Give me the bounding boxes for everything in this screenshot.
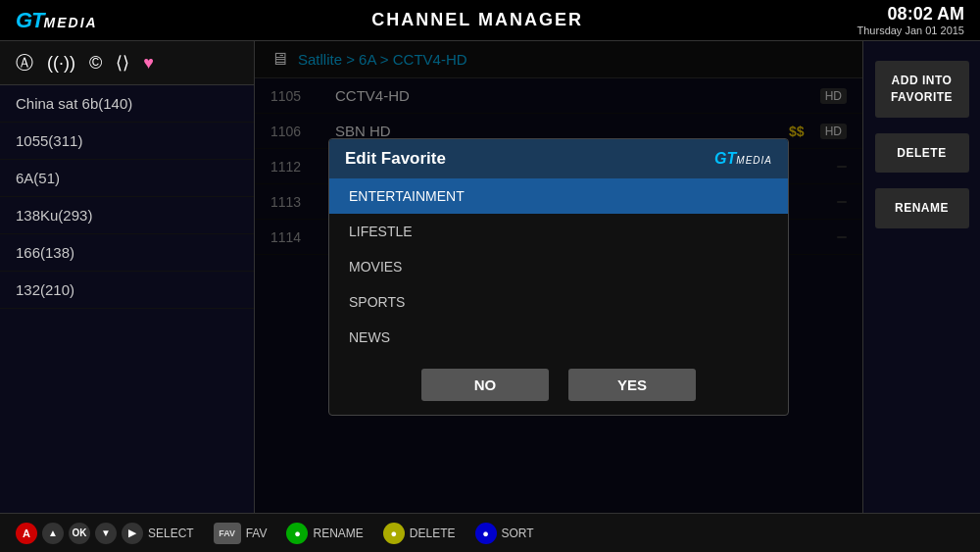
bottom-fav: FAV FAV xyxy=(214,523,268,544)
btn-green[interactable]: ● xyxy=(286,523,308,544)
clock-date: Thursday Jan 01 2015 xyxy=(858,25,964,36)
delete-label: DELETE xyxy=(410,527,456,540)
logo-gt: GT xyxy=(16,8,44,33)
right-sidebar: ADD INTO FAVORITE DELETE RENAME xyxy=(862,41,980,513)
rename-label: RENAME xyxy=(313,527,363,540)
logo: GT MEDIA xyxy=(16,8,98,33)
btn-ok[interactable]: OK xyxy=(69,523,90,544)
btn-right[interactable]: ▶ xyxy=(122,523,143,544)
sidebar-item-5[interactable]: 132(210) xyxy=(0,272,254,309)
modal-title: Edit Favorite xyxy=(345,149,446,169)
bottom-sort: ● SORT xyxy=(475,523,534,544)
sidebar-item-4[interactable]: 166(138) xyxy=(0,234,254,272)
sidebar-item-3[interactable]: 138Ku(293) xyxy=(0,197,254,234)
modal-option-0[interactable]: ENTERTAINMENT xyxy=(329,178,788,214)
btn-up[interactable]: ▲ xyxy=(42,523,64,544)
rename-button[interactable]: RENAME xyxy=(875,188,969,228)
modal-logo: GT MEDIA xyxy=(714,150,772,168)
bottom-bar: A ▲ OK ▼ ▶ SELECT FAV FAV ● RENAME ● DEL… xyxy=(0,513,980,552)
modal-logo-gt: GT xyxy=(714,150,736,168)
btn-a[interactable]: A xyxy=(16,523,37,544)
sidebar-item-2[interactable]: 6A(51) xyxy=(0,160,254,197)
content-area: 🖥 Satllite > 6A > CCTV4-HD 1105 CCTV4-HD… xyxy=(255,41,862,513)
modal-header: Edit Favorite GT MEDIA xyxy=(329,139,788,178)
sidebar-item-0[interactable]: China sat 6b(140) xyxy=(0,85,254,123)
bottom-all-nav: A ▲ OK ▼ ▶ SELECT xyxy=(16,523,194,544)
all-icon[interactable]: Ⓐ xyxy=(16,51,33,75)
modal-option-3[interactable]: SPORTS xyxy=(329,284,788,320)
signal-icon[interactable]: ((·)) xyxy=(47,53,75,74)
btn-blue[interactable]: ● xyxy=(475,523,497,544)
modal-no-button[interactable]: NO xyxy=(421,369,549,401)
modal-logo-media: MEDIA xyxy=(736,155,772,166)
modal-overlay: Edit Favorite GT MEDIA ENTERTAINMENT LIF… xyxy=(255,41,862,513)
clock-area: 08:02 AM Thursday Jan 01 2015 xyxy=(858,4,964,36)
page-title: CHANNEL MANAGER xyxy=(371,10,583,30)
add-favorite-button[interactable]: ADD INTO FAVORITE xyxy=(875,61,969,118)
network-icon[interactable]: ⟨⟩ xyxy=(116,52,129,74)
sidebar-item-1[interactable]: 1055(311) xyxy=(0,123,254,160)
header: GT MEDIA CHANNEL MANAGER 08:02 AM Thursd… xyxy=(0,0,980,41)
sidebar-list: China sat 6b(140) 1055(311) 6A(51) 138Ku… xyxy=(0,85,254,513)
btn-down[interactable]: ▼ xyxy=(95,523,117,544)
modal-option-2[interactable]: MOVIES xyxy=(329,249,788,284)
bottom-rename: ● RENAME xyxy=(286,523,363,544)
select-label: SELECT xyxy=(148,527,194,540)
modal-yes-button[interactable]: YES xyxy=(568,369,696,401)
sidebar-icons: Ⓐ ((·)) © ⟨⟩ ♥ xyxy=(0,41,254,85)
btn-yellow[interactable]: ● xyxy=(383,523,405,544)
main-area: Ⓐ ((·)) © ⟨⟩ ♥ China sat 6b(140) 1055(31… xyxy=(0,41,980,513)
modal-body: ENTERTAINMENT LIFESTLE MOVIES SPORTS NEW… xyxy=(329,178,788,415)
edit-favorite-modal: Edit Favorite GT MEDIA ENTERTAINMENT LIF… xyxy=(328,138,789,416)
favorite-icon[interactable]: ♥ xyxy=(143,53,154,74)
modal-option-1[interactable]: LIFESTLE xyxy=(329,214,788,249)
sidebar: Ⓐ ((·)) © ⟨⟩ ♥ China sat 6b(140) 1055(31… xyxy=(0,41,255,513)
logo-media: MEDIA xyxy=(44,15,98,30)
clock-time: 08:02 AM xyxy=(858,4,964,25)
bottom-delete: ● DELETE xyxy=(383,523,456,544)
btn-fav[interactable]: FAV xyxy=(214,523,241,544)
sort-label: SORT xyxy=(502,527,534,540)
modal-option-4[interactable]: NEWS xyxy=(329,320,788,355)
delete-button[interactable]: DELETE xyxy=(875,133,969,174)
fav-label: FAV xyxy=(246,527,268,540)
modal-buttons: NO YES xyxy=(329,355,788,415)
copyright-icon[interactable]: © xyxy=(89,53,102,74)
